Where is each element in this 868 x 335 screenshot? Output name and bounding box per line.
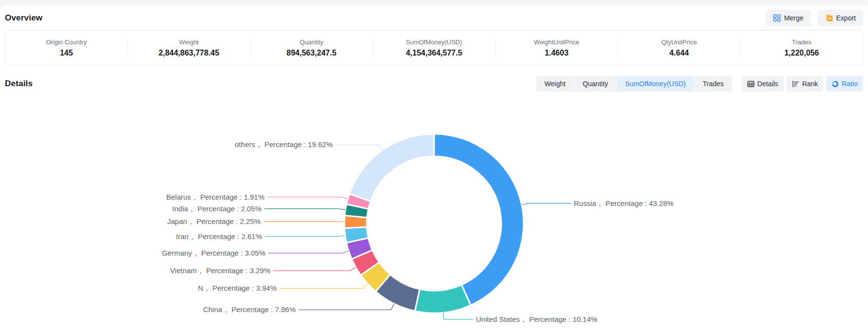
stat-label: QtyUnitPrice <box>661 38 697 46</box>
pie-label-japan: Japan， Percentage : 2.25% <box>167 217 261 225</box>
view-button-details[interactable]: Details <box>742 76 784 92</box>
pie-slice-others[interactable] <box>349 134 434 201</box>
stat-value: 1.4603 <box>545 49 568 57</box>
stat-weightunitprice: WeightUnitPrice1.4603 <box>495 38 618 57</box>
stat-value: 4.644 <box>669 49 689 57</box>
merge-button[interactable]: Merge <box>766 10 811 26</box>
pie-label-india: India， Percentage : 2.05% <box>172 205 262 213</box>
details-controls: WeightQuantitySumOfMoney(USD)Trades Deta… <box>536 76 863 92</box>
pie-leader-line-china <box>299 304 394 310</box>
metric-tab-quantity[interactable]: Quantity <box>574 76 616 92</box>
stat-origin-country: Origin Country145 <box>5 38 128 57</box>
pie-leader-line-germany <box>268 251 349 253</box>
metric-tab-trades[interactable]: Trades <box>695 76 732 92</box>
stat-value: 145 <box>60 49 73 57</box>
pie-leader-line-others <box>336 145 382 150</box>
pie-leader-line-belarus <box>267 197 348 199</box>
pie-leader-line-vietnam <box>273 267 356 271</box>
stat-label: SumOfMoney(USD) <box>406 38 462 46</box>
pie-leader-line-united-states <box>443 313 473 319</box>
overview-stats-card: Origin Country145Weight2,844,863,778.45Q… <box>5 30 863 65</box>
overview-header: Overview Merge <box>0 5 868 30</box>
table-icon <box>747 80 755 88</box>
pie-leader-line-n <box>280 284 368 289</box>
stat-value: 1,220,056 <box>784 49 819 57</box>
metric-tabs: WeightQuantitySumOfMoney(USD)Trades <box>536 76 732 92</box>
stat-weight: Weight2,844,863,778.45 <box>128 38 250 57</box>
pie-slice-united-states[interactable] <box>415 285 471 313</box>
metric-tab-sumofmoney-usd[interactable]: SumOfMoney(USD) <box>617 76 694 92</box>
pie-label-united-states: United States， Percentage : 10.14% <box>476 315 597 323</box>
stat-label: Weight <box>179 38 199 46</box>
details-header: Details WeightQuantitySumOfMoney(USD)Tra… <box>0 65 868 92</box>
donut-chart-icon <box>831 80 839 88</box>
export-button[interactable]: Export <box>818 10 863 26</box>
overview-title: Overview <box>5 13 42 23</box>
pie-label-others: others， Percentage : 19.62% <box>235 140 333 149</box>
stat-trades: Trades1,220,056 <box>740 38 863 57</box>
pie-label-belarus: Belarus， Percentage : 1.91% <box>166 193 264 201</box>
stat-sumofmoney-usd: SumOfMoney(USD)4,154,364,577.5 <box>373 38 495 57</box>
view-button-rank[interactable]: Rank <box>787 76 824 92</box>
view-mode-buttons: DetailsRankRatio <box>742 76 863 92</box>
pie-slice-russia[interactable] <box>434 134 524 305</box>
main-panel: Overview Merge <box>0 5 868 335</box>
pie-leader-line-india <box>264 209 345 210</box>
metric-tab-weight[interactable]: Weight <box>536 76 574 92</box>
stat-label: Trades <box>792 38 811 46</box>
view-button-label: Ratio <box>842 80 858 88</box>
stat-quantity: Quantity894,563,247.5 <box>250 38 373 57</box>
merge-grid-icon <box>773 14 781 22</box>
pie-label-iran: Iran， Percentage : 2.61% <box>176 232 262 241</box>
details-title: Details <box>5 79 33 89</box>
view-button-label: Rank <box>802 80 818 88</box>
rank-bars-icon <box>792 80 799 88</box>
pie-label-n: N， Percentage : 3.94% <box>198 284 277 292</box>
view-button-ratio[interactable]: Ratio <box>826 76 863 92</box>
view-button-label: Details <box>757 80 778 88</box>
ratio-chart-area: Russia， Percentage : 43.28%United States… <box>0 92 868 329</box>
stat-value: 4,154,364,577.5 <box>406 49 462 57</box>
stat-label: WeightUnitPrice <box>534 38 579 46</box>
stat-value: 2,844,863,778.45 <box>159 49 220 57</box>
merge-button-label: Merge <box>784 14 804 22</box>
pie-label-china: China， Percentage : 7.86% <box>203 305 296 314</box>
export-file-icon <box>825 14 833 22</box>
ratio-donut-chart: Russia， Percentage : 43.28%United States… <box>0 92 868 329</box>
export-button-label: Export <box>836 14 856 22</box>
stat-label: Quantity <box>300 38 323 46</box>
pie-leader-line-iran <box>265 236 345 237</box>
stat-qtyunitprice: QtyUnitPrice4.644 <box>618 38 740 57</box>
header-actions: Merge Export <box>766 10 863 26</box>
stat-label: Origin Country <box>46 38 87 46</box>
pie-label-vietnam: Vietnam， Percentage : 3.29% <box>170 266 270 275</box>
pie-label-germany: Germany， Percentage : 3.05% <box>162 249 265 257</box>
pie-leader-line-russia <box>522 204 571 205</box>
stat-value: 894,563,247.5 <box>286 49 336 57</box>
pie-label-russia: Russia， Percentage : 43.28% <box>574 199 674 207</box>
